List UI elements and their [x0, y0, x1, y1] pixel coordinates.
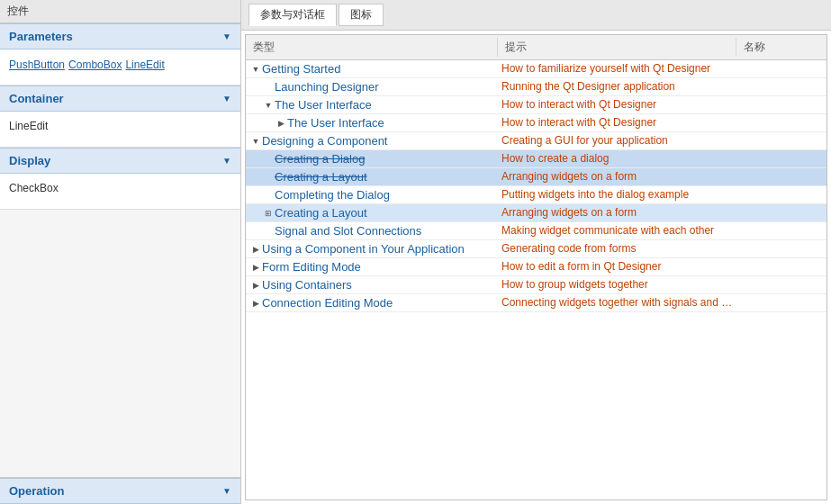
row-8-expander	[262, 189, 275, 202]
row-10-text: Signal and Slot Connections	[275, 224, 421, 238]
operation-arrow: ▼	[222, 486, 231, 496]
display-arrow: ▼	[222, 156, 231, 166]
row-3-text: The User Interface	[275, 98, 372, 112]
row-2-type: Launching Designer	[246, 78, 498, 95]
left-panel-title: 控件	[0, 0, 240, 23]
row-4-expander: ▶	[275, 117, 287, 130]
right-panel-header: 参数与对话框 图标	[241, 0, 831, 31]
tree-table[interactable]: 类型 提示 名称 Getting Started How to familiar…	[245, 34, 827, 500]
row-8-text: Completing the Dialog	[275, 188, 390, 202]
parameters-label: Parameters	[9, 30, 73, 43]
row-13-name	[736, 276, 826, 293]
left-spacer	[0, 210, 240, 477]
header-hint: 提示	[498, 38, 736, 57]
table-row[interactable]: Completing the Dialog Putting widgets in…	[246, 186, 826, 204]
row-5-type: Designing a Component	[246, 132, 498, 149]
parameters-section-header[interactable]: Parameters ▼	[0, 23, 240, 50]
row-2-name	[736, 78, 826, 95]
widget-combobox[interactable]: ComboBox	[68, 58, 122, 71]
row-12-hint: How to edit a form in Qt Designer	[498, 258, 736, 275]
table-row[interactable]: The User Interface How to interact with …	[246, 96, 826, 114]
display-widget-checkbox[interactable]: CheckBox	[9, 179, 231, 197]
row-9-hint: Arranging widgets on a form	[498, 204, 736, 221]
row-9-type: ⊞ Creating a Layout	[246, 204, 498, 221]
table-row[interactable]: ▶ The User Interface How to interact wit…	[246, 114, 826, 132]
table-row[interactable]: Creating a Dialog How to create a dialog	[246, 150, 826, 168]
row-14-name	[736, 294, 826, 311]
row-2-expander	[262, 81, 275, 94]
row-10-expander	[262, 225, 275, 238]
row-6-expander	[262, 153, 275, 166]
table-row[interactable]: ⊞ Creating a Layout Arranging widgets on…	[246, 204, 826, 222]
row-5-hint: Creating a GUI for your application	[498, 132, 736, 149]
row-3-hint: How to interact with Qt Designer	[498, 96, 736, 113]
row-12-type: Form Editing Mode	[246, 258, 498, 275]
table-row[interactable]: Signal and Slot Connections Making widge…	[246, 222, 826, 240]
operation-section: Operation ▼	[0, 477, 240, 504]
row-14-expander[interactable]	[249, 297, 262, 310]
row-13-expander[interactable]	[249, 279, 262, 292]
row-6-hint: How to create a dialog	[498, 150, 736, 167]
row-4-text: The User Interface	[287, 116, 384, 130]
row-3-name	[736, 96, 826, 113]
header-name: 名称	[736, 38, 826, 57]
container-arrow: ▼	[222, 94, 231, 104]
row-1-type: Getting Started	[246, 60, 498, 77]
table-row[interactable]: Using Containers How to group widgets to…	[246, 276, 826, 294]
table-row[interactable]: Using a Component in Your Application Ge…	[246, 240, 826, 258]
row-11-name	[736, 240, 826, 257]
row-8-name	[736, 186, 826, 203]
row-7-type: Creating a Layout	[246, 168, 498, 185]
table-row[interactable]: Connection Editing Mode Connecting widge…	[246, 294, 826, 312]
row-5-expander[interactable]	[249, 135, 262, 148]
row-1-expander[interactable]	[249, 63, 262, 76]
tab-icons[interactable]: 图标	[339, 4, 384, 26]
row-2-hint: Running the Qt Designer application	[498, 78, 736, 95]
header-type: 类型	[246, 38, 498, 57]
row-2-text: Launching Designer	[275, 80, 379, 94]
row-8-hint: Putting widgets into the dialog example	[498, 186, 736, 203]
operation-section-header[interactable]: Operation ▼	[0, 478, 240, 504]
row-4-hint: How to interact with Qt Designer	[498, 114, 736, 131]
row-9-name	[736, 204, 826, 221]
widget-lineedit-param[interactable]: LineEdit	[125, 58, 164, 71]
row-1-text: Getting Started	[262, 62, 340, 76]
row-1-hint: How to familiarize yourself with Qt Desi…	[498, 60, 736, 77]
tab-params[interactable]: 参数与对话框	[248, 4, 337, 26]
table-row[interactable]: Designing a Component Creating a GUI for…	[246, 132, 826, 150]
container-content: LineEdit	[0, 112, 240, 148]
display-section-header[interactable]: Display ▼	[0, 148, 240, 174]
table-row[interactable]: Creating a Layout Arranging widgets on a…	[246, 168, 826, 186]
container-section-header[interactable]: Container ▼	[0, 86, 240, 112]
parameters-widgets: PushButton ComboBox LineEdit	[9, 55, 231, 75]
display-label: Display	[9, 154, 50, 167]
row-11-hint: Generating code from forms	[498, 240, 736, 257]
table-row[interactable]: Getting Started How to familiarize yours…	[246, 60, 826, 78]
row-6-type: Creating a Dialog	[246, 150, 498, 167]
row-3-type: The User Interface	[246, 96, 498, 113]
table-row[interactable]: Launching Designer Running the Qt Design…	[246, 78, 826, 96]
row-14-hint: Connecting widgets together with signals…	[498, 294, 736, 311]
row-13-text: Using Containers	[262, 278, 352, 292]
row-9-expander: ⊞	[262, 207, 275, 220]
row-12-name	[736, 258, 826, 275]
display-content: CheckBox	[0, 174, 240, 210]
row-12-expander[interactable]	[249, 261, 262, 274]
parameters-content: PushButton ComboBox LineEdit	[0, 50, 240, 86]
row-7-text: Creating a Layout	[275, 170, 367, 184]
row-5-text: Designing a Component	[262, 134, 387, 148]
row-5-name	[736, 132, 826, 149]
row-7-name	[736, 168, 826, 185]
container-widget-lineedit[interactable]: LineEdit	[9, 117, 231, 135]
table-row[interactable]: Form Editing Mode How to edit a form in …	[246, 258, 826, 276]
row-14-text: Connection Editing Mode	[262, 296, 393, 310]
row-11-text: Using a Component in Your Application	[262, 242, 465, 256]
parameters-arrow: ▼	[222, 32, 231, 41]
row-7-expander	[262, 171, 275, 184]
row-10-name	[736, 222, 826, 239]
widget-pushbutton[interactable]: PushButton	[9, 58, 65, 71]
row-11-expander[interactable]	[249, 243, 262, 256]
row-9-text: Creating a Layout	[275, 206, 367, 220]
operation-label: Operation	[9, 484, 64, 498]
row-3-expander[interactable]	[262, 99, 275, 112]
